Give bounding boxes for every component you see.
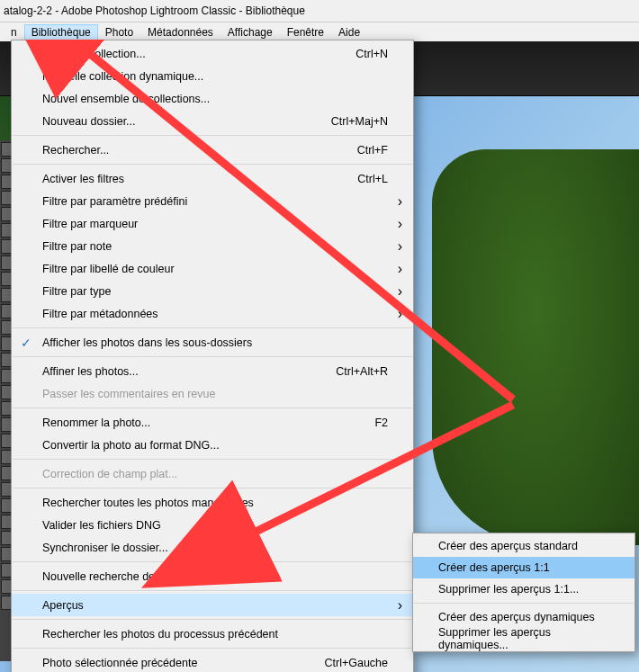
subitem-creer-standard[interactable]: Créer des aperçus standard <box>413 535 634 557</box>
item-correction-champ-plat: Correction de champ plat... <box>12 462 413 485</box>
subitem-creer-1-1[interactable]: Créer des aperçus 1:1 <box>413 557 634 578</box>
item-activer-filtres[interactable]: Activer les filtres Ctrl+L <box>12 167 413 190</box>
item-filtre-type[interactable]: Filtre par type <box>12 280 413 302</box>
item-recherche-visages[interactable]: Nouvelle recherche de visages... <box>12 565 413 587</box>
item-convertir-dng[interactable]: Convertir la photo au format DNG... <box>12 434 413 456</box>
menu-affichage[interactable]: Affichage <box>220 24 280 40</box>
subitem-creer-dynamiques[interactable]: Créer des aperçus dynamiques <box>413 606 634 628</box>
submenu-apercus: Créer des aperçus standard Créer des ape… <box>412 533 635 652</box>
item-affiner-photos[interactable]: Affiner les photos... Ctrl+Alt+R <box>12 360 413 382</box>
item-photo-precedente[interactable]: Photo sélectionnée précédente Ctrl+Gauch… <box>12 651 413 672</box>
item-nouvelle-collection-dyn[interactable]: Nouvelle collection dynamique... <box>12 65 413 87</box>
item-afficher-sous-dossiers[interactable]: Afficher les photos dans les sous-dossie… <box>12 331 413 354</box>
item-apercus[interactable]: Aperçus <box>12 594 413 616</box>
item-rechercher-processus-precedent[interactable]: Rechercher les photos du processus précé… <box>12 623 413 645</box>
menu-metadonnees[interactable]: Métadonnées <box>140 24 220 40</box>
item-rechercher-manquantes[interactable]: Rechercher toutes les photos manquantes <box>12 491 413 514</box>
item-rechercher[interactable]: Rechercher... Ctrl+F <box>12 139 413 161</box>
item-valider-dng[interactable]: Valider les fichiers DNG <box>12 514 413 536</box>
item-filtre-note[interactable]: Filtre par note <box>12 235 413 257</box>
item-nouvel-ensemble[interactable]: Nouvel ensemble de collections... <box>12 87 413 110</box>
dropdown-bibliotheque: Nouvelle collection... Ctrl+N Nouvelle c… <box>11 40 414 672</box>
menu-bibliotheque[interactable]: Bibliothèque <box>24 24 98 40</box>
menu-aide[interactable]: Aide <box>331 24 367 40</box>
subitem-supprimer-dynamiques[interactable]: Supprimer les aperçus dynamiques... <box>413 628 634 650</box>
window-title: atalog-2-2 - Adobe Photoshop Lightroom C… <box>0 0 639 22</box>
item-nouvelle-collection[interactable]: Nouvelle collection... Ctrl+N <box>12 42 413 65</box>
item-filtre-parametre[interactable]: Filtre par paramètre prédéfini <box>12 190 413 212</box>
menu-fenetre[interactable]: Fenêtre <box>280 24 331 40</box>
item-filtre-couleur[interactable]: Filtre par libellé de couleur <box>12 257 413 280</box>
menu-photo[interactable]: Photo <box>98 24 140 40</box>
item-nouveau-dossier[interactable]: Nouveau dossier... Ctrl+Maj+N <box>12 110 413 132</box>
item-synchroniser-dossier[interactable]: Synchroniser le dossier... <box>12 536 413 559</box>
menu-edition-trunc[interactable]: n <box>4 24 24 40</box>
subitem-supprimer-1-1[interactable]: Supprimer les aperçus 1:1... <box>413 578 634 600</box>
item-passer-commentaires: Passer les commentaires en revue <box>12 382 413 405</box>
item-filtre-metadonnees[interactable]: Filtre par métadonnées <box>12 302 413 325</box>
item-filtre-marqueur[interactable]: Filtre par marqueur <box>12 212 413 235</box>
item-renommer-photo[interactable]: Renommer la photo... F2 <box>12 411 413 434</box>
